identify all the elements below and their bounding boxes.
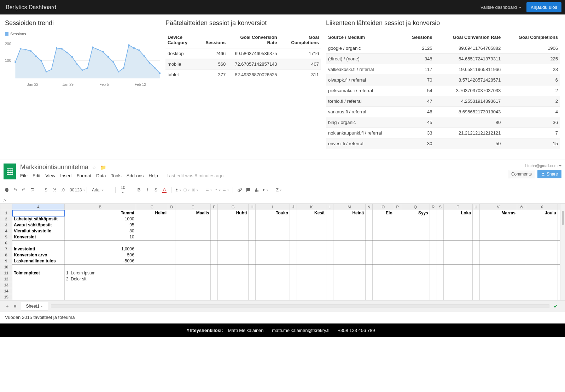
cell[interactable] [297, 258, 326, 264]
cell[interactable] [168, 276, 175, 282]
menu-file[interactable]: File [20, 173, 28, 178]
cell[interactable] [12, 240, 65, 246]
cell[interactable] [326, 282, 333, 288]
cell[interactable] [366, 246, 373, 252]
menu-tools[interactable]: Tools [111, 173, 121, 178]
cell[interactable] [479, 228, 517, 234]
cell[interactable] [168, 222, 175, 228]
cell[interactable] [479, 288, 517, 294]
cell[interactable] [249, 240, 256, 246]
cell[interactable] [136, 222, 168, 228]
row-header[interactable]: 12 [0, 276, 12, 282]
cell[interactable] [290, 246, 297, 252]
cell[interactable] [430, 294, 437, 300]
cell[interactable] [256, 276, 290, 282]
cell[interactable] [437, 288, 444, 294]
cell[interactable] [326, 264, 333, 270]
cell[interactable] [136, 276, 168, 282]
cell[interactable] [12, 276, 65, 282]
cell[interactable] [168, 258, 175, 264]
cell[interactable] [136, 258, 168, 264]
cell[interactable] [472, 216, 479, 222]
cell[interactable] [394, 252, 401, 258]
cell[interactable] [249, 288, 256, 294]
cell[interactable] [290, 234, 297, 240]
cell[interactable] [249, 228, 256, 234]
cell[interactable] [12, 294, 65, 300]
cell[interactable] [256, 258, 290, 264]
cell[interactable] [526, 222, 558, 228]
formula-bar[interactable]: fx [0, 197, 565, 204]
cell[interactable] [249, 222, 256, 228]
bold-icon[interactable]: B [136, 187, 142, 193]
cell[interactable] [372, 264, 394, 270]
cell[interactable]: Touko [256, 210, 290, 216]
cell[interactable] [517, 240, 526, 246]
cell[interactable] [326, 246, 333, 252]
cell[interactable]: Joulu [526, 210, 558, 216]
cell[interactable] [444, 294, 472, 300]
cell[interactable] [211, 294, 218, 300]
cell[interactable] [526, 264, 558, 270]
cell[interactable] [218, 270, 249, 276]
cell[interactable] [256, 228, 290, 234]
cell[interactable] [218, 228, 249, 234]
col-header[interactable]: T [444, 204, 472, 210]
cell[interactable] [437, 282, 444, 288]
cell[interactable] [401, 276, 430, 282]
strike-icon[interactable]: S [153, 187, 159, 193]
cell[interactable] [168, 246, 175, 252]
cell[interactable] [444, 252, 472, 258]
cell[interactable] [211, 246, 218, 252]
comments-button[interactable]: Comments [508, 170, 535, 178]
row-header[interactable]: 6 [0, 240, 12, 246]
cell[interactable] [297, 228, 326, 234]
cell[interactable] [394, 210, 401, 216]
cell[interactable] [472, 246, 479, 252]
cell[interactable] [297, 234, 326, 240]
cell[interactable] [136, 252, 168, 258]
cell[interactable] [290, 240, 297, 246]
cell[interactable] [472, 288, 479, 294]
cell[interactable] [249, 264, 256, 270]
cell[interactable] [472, 258, 479, 264]
cell[interactable]: Vierailut sivustolle [12, 228, 65, 234]
menu-add-ons[interactable]: Add-ons [127, 173, 144, 178]
cell[interactable] [290, 270, 297, 276]
cell[interactable] [444, 288, 472, 294]
cell[interactable] [437, 222, 444, 228]
col-header[interactable]: W [517, 204, 526, 210]
cell[interactable]: Konversiot [12, 234, 65, 240]
cell[interactable] [401, 270, 430, 276]
redo-icon[interactable] [21, 187, 27, 193]
cell[interactable] [526, 234, 558, 240]
col-header[interactable]: I [256, 204, 290, 210]
cell[interactable] [211, 258, 218, 264]
menu-format[interactable]: Format [77, 173, 91, 178]
cell[interactable] [526, 270, 558, 276]
cell[interactable]: 2. Dolor sit [65, 276, 136, 282]
cell[interactable]: Helmi [136, 210, 168, 216]
cell[interactable] [168, 240, 175, 246]
col-header[interactable]: G [218, 204, 249, 210]
cell[interactable] [290, 288, 297, 294]
col-header[interactable]: M [333, 204, 366, 210]
cell[interactable] [444, 282, 472, 288]
cell[interactable] [430, 264, 437, 270]
cell[interactable] [333, 252, 366, 258]
cell[interactable] [290, 252, 297, 258]
cell[interactable] [401, 282, 430, 288]
cell[interactable] [372, 294, 394, 300]
cell[interactable] [175, 216, 210, 222]
cell[interactable] [249, 258, 256, 264]
cell[interactable] [526, 276, 558, 282]
cell[interactable] [211, 288, 218, 294]
cell[interactable] [326, 288, 333, 294]
cell[interactable] [479, 276, 517, 282]
cell[interactable] [472, 228, 479, 234]
cell[interactable]: Konversion arvo [12, 252, 65, 258]
col-header[interactable]: P [394, 204, 401, 210]
cell[interactable] [218, 276, 249, 282]
cell[interactable] [333, 240, 366, 246]
col-header[interactable]: E [175, 204, 210, 210]
